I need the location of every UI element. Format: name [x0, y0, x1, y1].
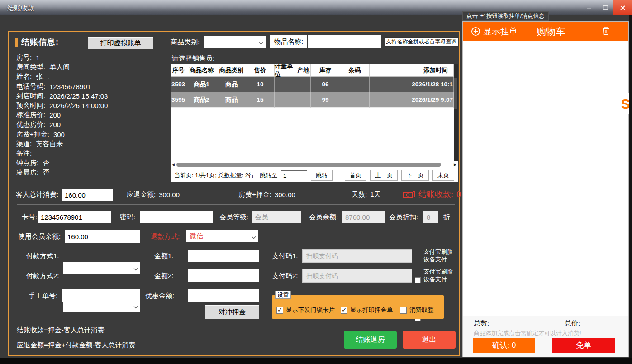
chevron-down-icon — [133, 264, 138, 272]
discount-amount-input[interactable] — [188, 289, 259, 302]
close-icon[interactable] — [613, 0, 632, 15]
info-row: 预离时间:2026/2/26 14:00:00 — [16, 101, 108, 110]
right-edge-strip — [629, 15, 632, 364]
product-table: 序号 商品名称 商品类别 售价 计量单位 产地 库存 条码 添加时间 3593 … — [171, 64, 458, 161]
item-name-input[interactable] — [308, 35, 381, 48]
table-column-header[interactable]: 序号 — [171, 64, 186, 77]
table-column-header[interactable]: 条码 — [340, 64, 370, 77]
last-page-button[interactable]: 末页 — [432, 170, 454, 181]
side-logo-tab[interactable]: S — [619, 93, 629, 114]
scroll-right-icon[interactable]: ▶ — [454, 162, 457, 167]
info-label: 钟点房: — [16, 159, 38, 167]
info-label: 标准房价: — [16, 111, 45, 119]
password-input[interactable] — [140, 211, 213, 223]
table-row[interactable]: 3595 商品2 商品 15 99 2026/1/29 9:07 — [171, 92, 454, 108]
member-discount-label: 会员折扣: — [389, 213, 418, 222]
pay-method1-select[interactable] — [63, 262, 140, 274]
next-page-button[interactable]: 下一页 — [401, 170, 429, 181]
info-row: 姓名:张三 — [16, 72, 108, 81]
category-select[interactable] — [204, 36, 266, 48]
show-pending-orders-button[interactable]: 显示挂单 — [471, 22, 518, 41]
info-value: 12345678901 — [49, 83, 91, 90]
pay-code2-input[interactable] — [302, 269, 412, 283]
refund-method-select[interactable]: 微信 — [186, 230, 258, 242]
info-label: 凌晨房: — [16, 168, 38, 177]
circle-plus-icon — [471, 27, 480, 36]
table-cell: 15 — [246, 92, 275, 108]
manual-order-input[interactable] — [62, 289, 140, 302]
info-row: 标准房价:200 — [16, 110, 108, 120]
info-row: 钟点房:否 — [16, 158, 108, 168]
lock-card-checkbox[interactable] — [276, 307, 283, 314]
info-label: 渠道: — [16, 140, 32, 148]
table-column-header[interactable]: 计量单位 — [275, 64, 296, 77]
table-column-header[interactable]: 库存 — [311, 64, 340, 77]
amount1-input[interactable] — [188, 250, 259, 262]
cart-tooltip: 点击 '+' 按钮读取挂单/清点信息 — [462, 11, 549, 21]
table-column-header[interactable]: 售价 — [246, 64, 275, 77]
guest-total-input[interactable] — [62, 189, 113, 201]
trash-icon[interactable] — [602, 27, 610, 37]
checkout-amount-label: 结账收款: — [418, 189, 453, 200]
item-name-label: 物品名称: — [270, 35, 307, 48]
alipay-face-checkbox-1[interactable] — [415, 277, 421, 283]
exit-button[interactable]: 退出 — [403, 331, 456, 349]
table-cell: 商品 — [217, 77, 246, 92]
info-row: 房号:1 — [16, 53, 108, 62]
room-deposit-value: 300.00 — [275, 191, 295, 199]
table-column-header[interactable]: 商品类别 — [217, 64, 246, 77]
print-deposit-checkbox[interactable] — [341, 307, 347, 314]
table-column-header[interactable]: 产地 — [296, 64, 311, 77]
info-row: 房费+押金:300 — [16, 130, 108, 139]
scrollbar-thumb[interactable] — [454, 78, 457, 109]
table-row[interactable]: 3593 商品1 商品 10 96 2026/1/28 10:1 — [171, 77, 454, 92]
pagination-bar: 当前页: 1/共1页; 总数据量: 2行 跳转至 跳转 首页 上一页 下一页 末… — [171, 169, 458, 182]
info-row: 到店时间:2026/2/25 15:47:03 — [16, 91, 108, 101]
info-label: 电话号码: — [16, 82, 45, 91]
info-row: 房间类型:单人间 — [16, 62, 108, 72]
jump-page-input[interactable] — [281, 170, 307, 180]
summary-row: 客人总计消费: 应退金额: 300.00 房费+押金: 300.00 天数: 1… — [9, 187, 459, 203]
show-pending-label: 显示挂单 — [483, 26, 518, 38]
scroll-left-icon[interactable]: ◀ — [171, 162, 175, 167]
setting-option[interactable]: 显示打印押金单 — [341, 306, 393, 314]
amount2-input[interactable] — [188, 269, 259, 282]
checkout-button[interactable]: 结账退房 — [344, 331, 397, 349]
table-column-header[interactable]: 商品名称 — [186, 64, 217, 77]
password-label: 密码: — [120, 213, 135, 222]
pay-method2-label: 付款方式2: — [26, 272, 59, 280]
cart-item-list — [463, 41, 628, 316]
card-number-input[interactable] — [38, 211, 111, 223]
chevron-down-icon — [252, 232, 256, 240]
offset-deposit-button[interactable]: 对冲押金 — [205, 305, 259, 319]
search-hint: 支持名称全拼或者首字母查询 — [385, 37, 458, 47]
table-vertical-scrollbar[interactable] — [454, 64, 458, 161]
total-count-label: 总数: — [474, 319, 489, 328]
print-virtual-bill-button[interactable]: 打印虚拟账单 — [88, 37, 153, 49]
table-horizontal-scrollbar[interactable]: ◀ ▶ — [171, 161, 458, 169]
round-consumption-checkbox[interactable] — [400, 307, 407, 314]
info-value: 200 — [49, 111, 61, 119]
jump-button[interactable]: 跳转 — [311, 170, 333, 181]
use-balance-input[interactable] — [65, 230, 140, 243]
prev-page-button[interactable]: 上一页 — [370, 170, 398, 181]
pay-method1-label: 付款方式1: — [26, 252, 59, 260]
info-label: 房号: — [16, 53, 32, 62]
table-column-header[interactable]: 添加时间 — [370, 64, 454, 77]
setting-option[interactable]: 显示下发门锁卡片 — [276, 306, 335, 314]
confirm-button[interactable]: 确认: 0 — [473, 338, 535, 353]
free-order-button[interactable]: 免单 — [552, 338, 615, 353]
info-label: 到店时间: — [16, 92, 45, 100]
scrollbar-thumb[interactable] — [176, 163, 441, 167]
minimize-icon[interactable] — [580, 0, 597, 15]
maximize-icon[interactable] — [597, 0, 614, 15]
section-title: 结账信息: — [21, 37, 59, 47]
info-value: 否 — [43, 159, 49, 167]
first-page-button[interactable]: 首页 — [345, 170, 366, 181]
info-value: 300 — [53, 131, 65, 138]
pay-code1-input[interactable] — [302, 249, 412, 263]
setting-option[interactable]: 消费取整 — [400, 306, 434, 314]
member-level-field: 会员 — [252, 211, 301, 223]
table-cell — [340, 92, 370, 108]
refund-amount-label: 应退金额: — [127, 190, 156, 199]
